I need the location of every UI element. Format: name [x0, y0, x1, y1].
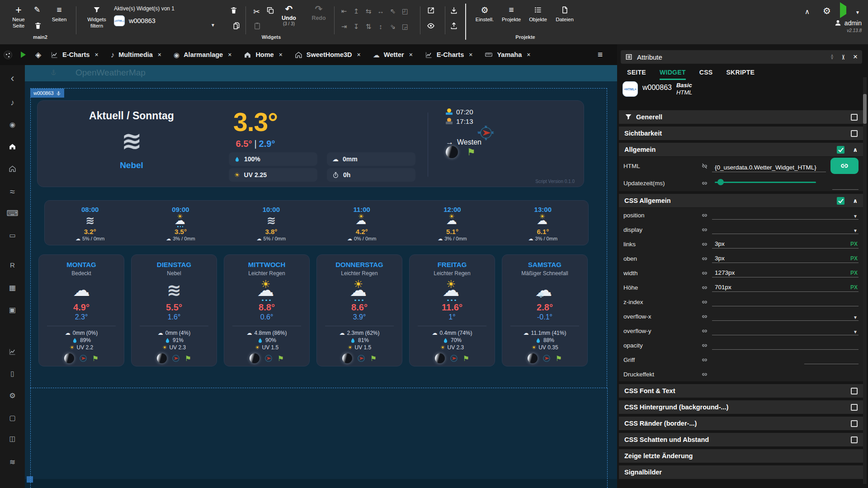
settings-button[interactable]: ⚙ Einstell. — [473, 5, 496, 23]
projects-button[interactable]: ≡ Projekte — [499, 5, 524, 23]
height-match-icon[interactable]: ↕ — [377, 23, 385, 31]
field-control[interactable]: ▼ — [712, 309, 859, 324]
attr-section-sichtbarkeit[interactable]: Sichtbarkeit — [619, 127, 863, 140]
close-tab-icon[interactable]: × — [527, 51, 530, 58]
attr-section-signalbilder[interactable]: Signalbilder — [619, 465, 863, 479]
close-tab-icon[interactable]: × — [228, 51, 231, 58]
attr-section-generell[interactable]: Generell — [619, 110, 863, 124]
section-checkbox[interactable] — [851, 114, 858, 121]
close-tab-icon[interactable]: × — [158, 51, 161, 58]
link-icon[interactable] — [701, 357, 712, 363]
delete-widget-button[interactable] — [230, 6, 238, 16]
runtime-settings-button[interactable]: ⚙ — [823, 5, 831, 16]
attr-section-css-font-text[interactable]: CSS Font & Text — [619, 384, 863, 398]
attributes-tab-widget[interactable]: WIDGET — [660, 69, 686, 80]
move-top-left-icon[interactable]: ⇖ — [389, 7, 397, 15]
close-panel-icon[interactable]: × — [853, 52, 858, 61]
swap-vertical-icon[interactable]: ⇅ — [364, 23, 373, 31]
view-tab-wetter[interactable]: ☁Wetter× — [373, 51, 413, 58]
field-control[interactable]: 3pxPX — [712, 237, 859, 251]
sidebar-item-door[interactable]: ◫ — [0, 435, 25, 443]
copy-button[interactable] — [266, 6, 274, 16]
sidebar-item-tablet[interactable]: ▯ — [0, 370, 25, 378]
collapse-toolbar-button[interactable]: ∧ — [805, 6, 810, 17]
filter-widgets-button[interactable]: Widgets filtern — [84, 5, 109, 29]
sidebar-item-printer[interactable]: ▣ — [0, 306, 25, 314]
unlink-icon[interactable] — [701, 163, 712, 169]
link-icon[interactable] — [701, 328, 712, 334]
field-control[interactable]: 1273pxPX — [712, 266, 859, 280]
more-caret-button[interactable]: ▼ — [855, 8, 860, 16]
field-control[interactable] — [712, 175, 859, 191]
delete-page-button[interactable] — [34, 22, 42, 32]
align-top-icon[interactable]: ↥ — [352, 7, 360, 15]
widget-sets-button[interactable]: ◈ — [35, 44, 41, 65]
view-tab-home[interactable]: Home× — [244, 51, 282, 59]
sidebar-item-chevron-left[interactable]: ‹ — [0, 73, 25, 84]
attr-section-css-schatten-und-abstand[interactable]: CSS Schatten und Abstand — [619, 433, 863, 446]
undo-button[interactable]: ↶ Undo (3 / 3) — [278, 4, 299, 26]
field-control[interactable]: ▼ — [712, 324, 859, 338]
view-tab-multimedia[interactable]: ♪Multimedia× — [111, 51, 161, 59]
sidebar-item-window[interactable]: ▢ — [0, 414, 25, 422]
move-bottom-right-icon[interactable]: ⇘ — [389, 23, 397, 31]
attr-section-allgemein[interactable]: Allgemein∧ — [619, 143, 863, 156]
send-backward-icon[interactable]: ◲ — [401, 23, 409, 31]
attr-section-zeige-letzte-nderung[interactable]: Zeige letzte Änderung — [619, 449, 863, 463]
section-checkbox[interactable] — [851, 404, 858, 411]
section-checkbox[interactable] — [851, 436, 858, 443]
sidebar-item-ladder[interactable]: ≋ — [0, 458, 25, 466]
attributes-tab-css[interactable]: CSS — [699, 69, 713, 80]
close-tab-icon[interactable]: × — [279, 51, 283, 58]
sidebar-item-pool[interactable]: ≈ — [0, 187, 25, 197]
sidebar-item-home-filled[interactable] — [0, 143, 25, 152]
sidebar-item-music[interactable]: ♪ — [0, 99, 25, 107]
sidebar-item-chart[interactable] — [0, 348, 25, 357]
sidebar-item-tools[interactable]: ⚙ — [0, 392, 25, 400]
preview-play-button[interactable] — [21, 44, 26, 65]
section-checkbox[interactable] — [837, 146, 844, 154]
sidebar-item-letter-r[interactable]: R — [0, 261, 25, 269]
field-control[interactable]: ▼ — [712, 222, 859, 237]
attr-section-css-allgemein[interactable]: CSS Allgemein∧ — [619, 194, 863, 207]
widget-select[interactable]: «HTML» w000863 — [114, 15, 156, 26]
link-icon[interactable] — [701, 371, 712, 378]
attributes-panel-header[interactable]: Attribute ∧∨ ∨∧ × — [621, 50, 862, 64]
caret-down-icon[interactable]: ▼ — [853, 214, 858, 219]
preview-button[interactable] — [427, 22, 435, 32]
field-control[interactable] — [712, 367, 859, 381]
reorder-panel-icon[interactable]: ∧∨ — [830, 55, 834, 59]
bring-forward-icon[interactable]: ◰ — [401, 7, 409, 15]
field-control[interactable] — [712, 338, 859, 352]
field-control[interactable] — [712, 295, 859, 309]
vis-logo-button[interactable] — [4, 44, 12, 65]
attributes-tab-skripte[interactable]: SKRIPTE — [726, 69, 755, 80]
section-checkbox[interactable] — [851, 130, 858, 137]
slider-thumb[interactable] — [717, 179, 724, 185]
chevron-up-icon[interactable]: ∧ — [853, 197, 858, 204]
link-icon[interactable] — [701, 255, 712, 262]
editor-canvas[interactable]: OpenWeatherMap w000863 Aktuell / Sonntag… — [25, 65, 617, 488]
sidebar-item-sofa[interactable]: ▭ — [0, 231, 25, 239]
slider-track[interactable] — [715, 182, 816, 183]
link-icon[interactable] — [701, 342, 712, 349]
run-button[interactable] — [840, 6, 846, 14]
tabbar-menu-icon[interactable]: ≡ — [598, 50, 603, 60]
link-icon[interactable] — [701, 226, 712, 233]
import-button[interactable] — [450, 6, 458, 16]
panel-scrollbar-thumb[interactable] — [863, 94, 867, 124]
view-tab-e-charts[interactable]: E-Charts× — [51, 51, 99, 59]
selected-widget-chip[interactable]: «HTML» w000863 BasicHTML — [623, 81, 692, 97]
slider-value-input[interactable] — [832, 189, 859, 190]
close-tab-icon[interactable]: × — [357, 51, 361, 58]
sidebar-item-alarm[interactable]: ◉ — [0, 121, 25, 129]
rename-page-button[interactable]: ✎ — [34, 6, 40, 14]
sidebar-item-home-outline[interactable] — [0, 165, 25, 174]
align-right-icon[interactable]: ⇥ — [340, 23, 348, 31]
export-button[interactable] — [450, 22, 458, 32]
link-icon[interactable] — [701, 299, 712, 305]
new-page-button[interactable]: + Neue Seite — [7, 5, 30, 29]
field-control[interactable]: 701pxPX — [712, 280, 859, 295]
sidebar-item-building[interactable]: ▦ — [0, 284, 25, 292]
link-icon[interactable] — [701, 284, 712, 291]
